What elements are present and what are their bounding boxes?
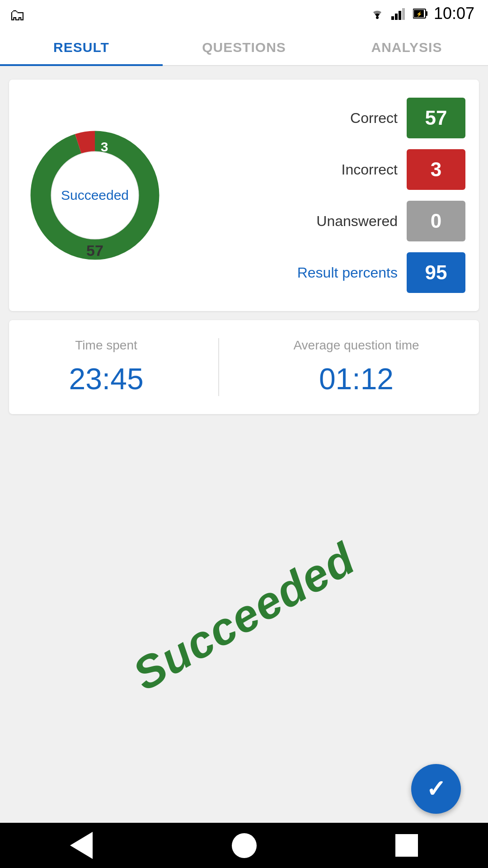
recents-icon [395,834,418,857]
svg-rect-4 [402,8,405,20]
status-icons: ⚡ 10:07 [369,4,474,23]
time-divider [218,338,219,396]
correct-badge: 57 [407,98,465,138]
svg-rect-1 [391,16,394,20]
incorrect-label: Incorrect [342,161,398,178]
time-spent-value: 23:45 [69,362,143,396]
stat-row-incorrect: Incorrect 3 [185,149,465,190]
donut-bottom-number: 57 [86,242,103,259]
unanswered-badge: 0 [407,201,465,241]
percent-label: Result percents [297,264,398,281]
donut-chart: Succeeded 57 3 [23,123,167,268]
sd-card-icon: 🗂 [9,5,25,24]
signal-icon [391,7,408,20]
home-icon [232,833,257,858]
back-button[interactable] [68,832,95,859]
stat-row-percent: Result percents 95 [185,252,465,293]
recents-button[interactable] [393,832,420,859]
wifi-icon [369,7,386,20]
home-button[interactable] [230,832,258,859]
donut-top-number: 3 [101,139,108,155]
time-card: Time spent 23:45 Average question time 0… [9,320,479,414]
stats-panel: Correct 57 Incorrect 3 Unanswered 0 Resu… [185,98,465,293]
tabs-bar: RESULT QUESTIONS ANALYSIS [0,27,488,66]
time-spent-label: Time spent [69,338,143,353]
avg-time-section: Average question time 01:12 [293,338,419,396]
tab-analysis[interactable]: ANALYSIS [325,27,488,65]
fab-button[interactable]: ✓ [411,764,461,814]
unanswered-label: Unanswered [316,213,398,230]
result-card: Succeeded 57 3 Correct 57 Incorrect 3 Un… [9,80,479,311]
incorrect-badge: 3 [407,149,465,190]
back-icon [70,832,93,859]
donut-center-label: Succeeded [61,188,129,203]
svg-point-0 [376,16,379,19]
status-bar: 🗂 ⚡ 10:07 [0,0,488,27]
stat-row-unanswered: Unanswered 0 [185,201,465,241]
svg-text:⚡: ⚡ [416,11,422,17]
stat-row-correct: Correct 57 [185,98,465,138]
main-content: Succeeded 57 3 Correct 57 Incorrect 3 Un… [0,66,488,823]
status-time: 10:07 [434,4,474,23]
svg-rect-2 [395,14,398,20]
percent-badge: 95 [407,252,465,293]
avg-time-label: Average question time [293,338,419,353]
avg-time-value: 01:12 [293,362,419,396]
tab-result[interactable]: RESULT [0,27,163,65]
correct-label: Correct [350,110,398,127]
watermark-text: Succeeded [124,532,364,701]
bottom-nav [0,823,488,868]
svg-rect-3 [399,11,401,20]
svg-rect-6 [426,11,427,16]
time-spent-section: Time spent 23:45 [69,338,143,396]
tab-questions[interactable]: QUESTIONS [163,27,325,65]
battery-icon: ⚡ [413,7,428,20]
checkmark-icon: ✓ [426,775,446,802]
watermark-section: Succeeded [9,423,479,809]
